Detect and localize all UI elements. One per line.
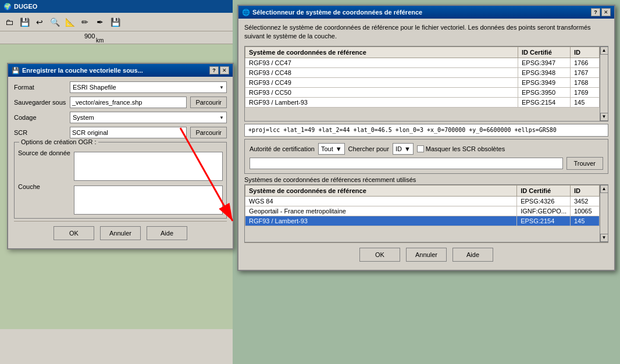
col-header-id-certifie: ID Certifié [518, 47, 571, 58]
tool-save[interactable]: 💾 [17, 15, 31, 29]
table-row[interactable]: RGF93 / CC49 EPSG:3949 1768 [245, 77, 600, 87]
recent-crs-id-cell: 145 [571, 216, 600, 226]
list-item[interactable]: Geoportail - France metropolitaine IGNF:… [245, 206, 600, 216]
ruler: 900 km [0, 31, 233, 44]
recent-col-header-name: Système de coordonnées de référence [245, 185, 517, 196]
recent-crs-id-certifie-cell: IGNF:GEOPO... [517, 206, 571, 216]
couche-textarea[interactable] [74, 185, 223, 215]
recent-crs-name-cell: RGF93 / Lambert-93 [245, 216, 517, 226]
tool-save2[interactable]: 💾 [108, 15, 122, 29]
auth-label: Autorité de certification [250, 145, 315, 152]
dialog-crs-titlebar: 🌐 Sélectionneur de système de coordonnée… [238, 6, 614, 19]
list-item[interactable]: WGS 84 EPSG:4326 3452 [245, 196, 600, 206]
scr-input[interactable] [70, 127, 187, 138]
table-row[interactable]: RGF93 / CC48 EPSG:3948 1767 [245, 67, 600, 77]
format-value: ESRI Shapefile [73, 84, 116, 91]
save-browse-btn[interactable]: Parcourir [190, 97, 227, 108]
recent-crs-id-cell: 3452 [571, 196, 600, 206]
auth-value: Tout [321, 145, 333, 152]
dialog-crs-content: Sélectionnez le système de coordonnées d… [238, 19, 614, 270]
dialog-save-help-icon[interactable]: ? [209, 66, 219, 74]
auth-dropdown[interactable]: Tout ▼ [318, 143, 345, 155]
save-ok-btn[interactable]: OK [54, 226, 94, 240]
save-help-btn[interactable]: Aide [147, 226, 187, 240]
ruler-value: 900 [84, 33, 95, 40]
table-row[interactable]: RGF93 / CC50 EPSG:3950 1769 [245, 87, 600, 97]
table-row[interactable]: RGF93 / CC47 EPSG:3947 1766 [245, 58, 600, 67]
recent-crs-id-certifie-cell: EPSG:2154 [517, 216, 571, 226]
auth-arrow-icon: ▼ [336, 145, 342, 152]
table-row[interactable]: RGF93 / Lambert-93 EPSG:2154 145 [245, 97, 600, 107]
crs-id-certifie-cell: EPSG:3949 [518, 77, 571, 87]
dialog-save-title: Enregistrer la couche vectorielle sous..… [22, 67, 143, 74]
crs-name-cell: RGF93 / CC49 [245, 77, 518, 87]
ogr-group-title: Options de création OGR : [19, 138, 98, 145]
recent-table-container: Système de coordonnées de référence ID C… [244, 184, 608, 242]
recent-scroll-thumb [600, 193, 608, 234]
dialog-crs: 🌐 Sélectionneur de système de coordonnée… [237, 5, 615, 271]
crs-id-certifie-cell: EPSG:2154 [518, 97, 571, 107]
find-btn[interactable]: Trouver [566, 157, 604, 170]
hide-obsolete-label: Masquer les SCR obsolètes [417, 145, 505, 152]
crs-ok-btn[interactable]: OK [359, 248, 400, 262]
top-table-scrollbar[interactable]: ▲ ▼ [600, 47, 608, 121]
dialog-save-close-btn[interactable]: ✕ [220, 66, 229, 74]
col-header-crs-name: Système de coordonnées de référence [245, 47, 518, 58]
tool-measure[interactable]: 📐 [63, 15, 77, 29]
search-row-1: Autorité de certification Tout ▼ Cherche… [250, 143, 603, 155]
crs-id-cell: 1766 [571, 58, 600, 67]
tool-zoom[interactable]: 🔍 [48, 15, 62, 29]
save-cancel-btn[interactable]: Annuler [100, 226, 141, 240]
scroll-down-icon[interactable]: ▼ [600, 113, 608, 121]
format-label: Format [14, 84, 66, 91]
ogr-group: Options de création OGR : Source de donn… [14, 142, 227, 219]
dialog-save-title-buttons: ? ✕ [209, 66, 229, 74]
crs-help-btn[interactable]: Aide [452, 248, 493, 262]
tool-undo[interactable]: ↩ [33, 15, 47, 29]
dialog-crs-help-icon[interactable]: ? [591, 8, 600, 16]
recent-scroll-down-icon[interactable]: ▼ [600, 234, 608, 242]
crs-id-certifie-cell: EPSG:3947 [518, 58, 571, 67]
scr-label: SCR [14, 129, 66, 136]
search-input[interactable] [250, 158, 563, 169]
recent-section-title: Systèmes de coordonnées de références ré… [244, 176, 608, 183]
save-label: Sauvegarder sous [14, 99, 66, 106]
dialog-crs-close-btn[interactable]: ✕ [601, 8, 611, 16]
search-for-value: ID [395, 145, 402, 152]
source-textarea[interactable] [74, 152, 223, 181]
scroll-up-icon[interactable]: ▲ [600, 47, 608, 55]
crs-id-certifie-cell: EPSG:3950 [518, 87, 571, 97]
tool-edit[interactable]: ✏ [78, 15, 92, 29]
tool-pen[interactable]: ✒ [93, 15, 107, 29]
crs-cancel-btn[interactable]: Annuler [406, 248, 447, 262]
crs-name-cell: RGF93 / Lambert-93 [245, 97, 518, 107]
format-select[interactable]: ESRI Shapefile ▼ [70, 81, 227, 93]
crs-id-certifie-cell: EPSG:3948 [518, 67, 571, 77]
dialog-crs-icon: 🌐 [242, 9, 250, 16]
scr-row: SCR Parcourir [14, 127, 227, 138]
crs-top-table: Système de coordonnées de référence ID C… [245, 47, 600, 108]
format-arrow-icon: ▼ [219, 85, 224, 90]
app-title: DUGEO [14, 3, 37, 10]
encoding-arrow-icon: ▼ [219, 115, 224, 120]
encoding-value: System [73, 114, 94, 121]
hide-obsolete-checkbox[interactable] [417, 145, 424, 152]
recent-table: Système de coordonnées de référence ID C… [245, 185, 600, 226]
crs-id-cell: 1767 [571, 67, 600, 77]
list-item[interactable]: RGF93 / Lambert-93 EPSG:2154 145 [245, 216, 600, 226]
source-label: Source de donnée [18, 149, 70, 156]
tool-open[interactable]: 🗀 [2, 15, 16, 29]
recent-table-scrollbar[interactable]: ▲ ▼ [600, 185, 608, 242]
dialog-crs-title-left: 🌐 Sélectionneur de système de coordonnée… [242, 9, 422, 16]
save-input[interactable] [70, 97, 187, 108]
source-row: Source de donnée [18, 149, 223, 181]
search-for-dropdown[interactable]: ID ▼ [393, 143, 414, 155]
crs-id-cell: 1769 [571, 87, 600, 97]
scr-browse-btn[interactable]: Parcourir [190, 127, 227, 138]
search-for-arrow-icon: ▼ [404, 145, 411, 152]
ruler-unit: km [96, 37, 104, 44]
recent-scroll-up-icon[interactable]: ▲ [600, 185, 608, 193]
encoding-label: Codage [14, 114, 66, 121]
encoding-select[interactable]: System ▼ [70, 112, 227, 123]
recent-crs-name-cell: Geoportail - France metropolitaine [245, 206, 517, 216]
